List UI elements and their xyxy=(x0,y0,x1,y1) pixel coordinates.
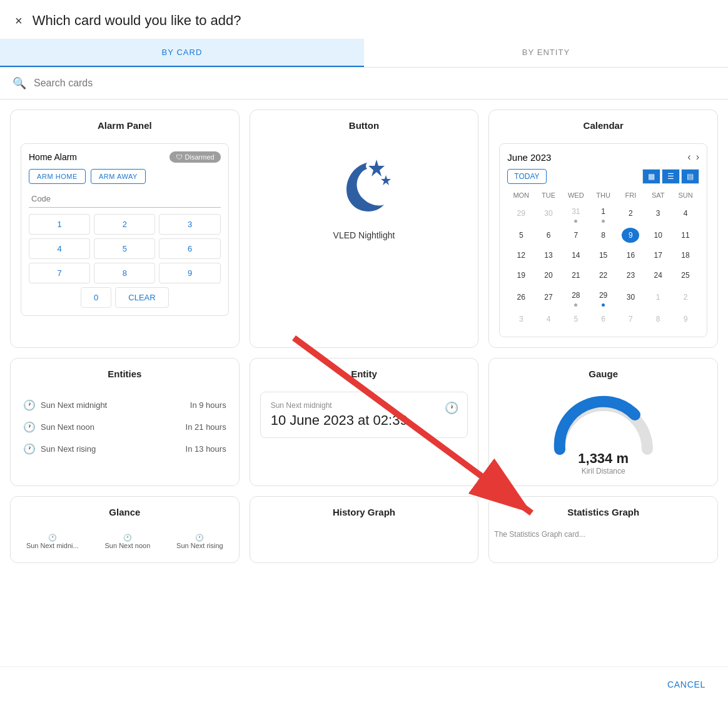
key-clear[interactable]: CLEAR xyxy=(115,287,168,308)
search-icon: 🔍 xyxy=(13,76,26,90)
key-0[interactable]: 0 xyxy=(81,287,111,308)
calendar-day-cell[interactable]: 1 xyxy=(590,201,617,225)
key-6[interactable]: 6 xyxy=(159,238,220,259)
card-tile-history-graph[interactable]: History Graph xyxy=(250,496,479,563)
calendar-preview: June 2023 ‹ › TODAY ▦ ☰ ▤ xyxy=(499,143,707,337)
calendar-day-cell[interactable]: 25 xyxy=(672,265,699,285)
cancel-button[interactable]: CANCEL xyxy=(657,674,715,694)
arm-home-button[interactable]: ARM HOME xyxy=(29,169,86,184)
arm-away-button[interactable]: ARM AWAY xyxy=(91,169,146,184)
today-button[interactable]: TODAY xyxy=(507,169,546,184)
calendar-day-cell[interactable]: 14 xyxy=(562,245,590,265)
calendar-day-cell[interactable]: 19 xyxy=(507,265,535,285)
key-5[interactable]: 5 xyxy=(94,238,155,259)
cal-header-sun: SUN xyxy=(672,189,699,201)
card-tile-alarm-panel[interactable]: Alarm Panel Home Alarm 🛡 Disarmed ARM HO… xyxy=(10,109,240,348)
card-tile-entity[interactable]: Entity Sun Next midnight 10 June 2023 at… xyxy=(250,358,479,486)
keypad: 1 2 3 4 5 6 7 8 9 xyxy=(29,214,221,283)
cal-header-mon: MON xyxy=(507,189,535,201)
history-graph-title: History Graph xyxy=(250,497,478,525)
statistics-graph-title: Statistics Graph xyxy=(489,497,717,525)
card-tile-entities[interactable]: Entities 🕐 Sun Next midnight In 9 hours … xyxy=(10,358,240,486)
calendar-day-cell[interactable]: 11 xyxy=(672,225,699,245)
gauge-preview: 1,334 m Kiril Distance xyxy=(489,387,717,486)
calendar-day-cell[interactable]: 7 xyxy=(617,309,645,329)
tab-by-entity[interactable]: BY ENTITY xyxy=(364,39,728,67)
calendar-day-cell[interactable]: 1 xyxy=(644,285,672,309)
calendar-day-cell[interactable]: 3 xyxy=(644,201,672,225)
calendar-next-button[interactable]: › xyxy=(696,151,699,163)
calendar-day-cell[interactable]: 18 xyxy=(672,245,699,265)
card-tile-calendar[interactable]: Calendar June 2023 ‹ › TODAY ▦ ☰ xyxy=(488,109,718,348)
calendar-day-cell[interactable]: 20 xyxy=(535,265,562,285)
cal-header-tue: TUE xyxy=(535,189,562,201)
calendar-day-cell[interactable]: 29 xyxy=(507,201,535,225)
calendar-day-cell[interactable]: 26 xyxy=(507,285,535,309)
moon-nightlight-icon xyxy=(333,153,395,223)
calendar-day-cell[interactable]: 24 xyxy=(644,265,672,285)
calendar-day-cell[interactable]: 23 xyxy=(617,265,645,285)
calendar-day-cell[interactable]: 9 xyxy=(672,309,699,329)
calendar-day-cell[interactable]: 6 xyxy=(535,225,562,245)
close-icon[interactable]: × xyxy=(15,14,23,28)
list-item: 🕐 Sun Next rising In 13 hours xyxy=(21,438,229,460)
calendar-day-cell[interactable]: 8 xyxy=(644,309,672,329)
calendar-day-cell[interactable]: 7 xyxy=(562,225,590,245)
calendar-prev-button[interactable]: ‹ xyxy=(687,151,690,163)
calendar-day-cell[interactable]: 5 xyxy=(562,309,590,329)
code-input[interactable] xyxy=(29,190,221,208)
calendar-day-cell[interactable]: 6 xyxy=(590,309,617,329)
calendar-day-cell[interactable]: 2 xyxy=(617,201,645,225)
button-card-label: VLED Nightlight xyxy=(333,230,395,240)
calendar-day-cell[interactable]: 15 xyxy=(590,245,617,265)
cal-view-week[interactable]: ☰ xyxy=(662,169,680,184)
entity-card-label: Sun Next midnight xyxy=(271,401,458,410)
key-9[interactable]: 9 xyxy=(159,263,220,283)
calendar-day-cell[interactable]: 30 xyxy=(617,285,645,309)
calendar-day-cell[interactable]: 17 xyxy=(644,245,672,265)
calendar-day-cell[interactable]: 29 xyxy=(590,285,617,309)
card-tile-glance[interactable]: Glance 🕐 Sun Next midni... 🕐 Sun Next no… xyxy=(10,496,240,563)
key-2[interactable]: 2 xyxy=(94,214,155,235)
calendar-day-cell[interactable]: 30 xyxy=(535,201,562,225)
calendar-day-cell[interactable]: 28 xyxy=(562,285,590,309)
search-input[interactable] xyxy=(34,78,715,89)
calendar-day-cell[interactable]: 9 xyxy=(617,225,645,245)
cal-header-wed: WED xyxy=(562,189,590,201)
calendar-day-cell[interactable]: 2 xyxy=(672,285,699,309)
calendar-day-cell[interactable]: 12 xyxy=(507,245,535,265)
calendar-day-cell[interactable]: 5 xyxy=(507,225,535,245)
key-3[interactable]: 3 xyxy=(159,214,220,235)
glance-icon-3: 🕐 xyxy=(195,534,204,541)
calendar-month: June 2023 xyxy=(507,152,551,163)
glance-item-3: 🕐 Sun Next rising xyxy=(176,534,223,549)
calendar-day-cell[interactable]: 16 xyxy=(617,245,645,265)
calendar-day-cell[interactable]: 31 xyxy=(562,201,590,225)
calendar-day-cell[interactable]: 10 xyxy=(644,225,672,245)
key-8[interactable]: 8 xyxy=(94,263,155,283)
card-tile-statistics-graph[interactable]: Statistics Graph The Statistics Graph ca… xyxy=(488,496,718,563)
cards-grid: Alarm Panel Home Alarm 🛡 Disarmed ARM HO… xyxy=(0,99,728,573)
cal-header-thu: THU xyxy=(590,189,617,201)
tab-by-card[interactable]: BY CARD xyxy=(0,39,364,67)
glance-item-2: 🕐 Sun Next noon xyxy=(105,534,151,549)
calendar-day-cell[interactable]: 8 xyxy=(590,225,617,245)
calendar-day-cell[interactable]: 21 xyxy=(562,265,590,285)
calendar-day-cell[interactable]: 3 xyxy=(507,309,535,329)
entity-card-preview: Sun Next midnight 10 June 2023 at 02:39 … xyxy=(260,392,468,438)
calendar-day-cell[interactable]: 4 xyxy=(672,201,699,225)
history-graph-body xyxy=(250,525,478,562)
calendar-day-cell[interactable]: 27 xyxy=(535,285,562,309)
card-tile-button[interactable]: Button VLED Nightlight xyxy=(250,109,479,348)
cal-view-month[interactable]: ▤ xyxy=(681,169,699,184)
disarmed-badge: 🛡 Disarmed xyxy=(169,151,221,163)
cal-view-day[interactable]: ▦ xyxy=(642,169,660,184)
calendar-day-cell[interactable]: 4 xyxy=(535,309,562,329)
key-7[interactable]: 7 xyxy=(29,263,90,283)
calendar-title: Calendar xyxy=(489,110,717,138)
card-tile-gauge[interactable]: Gauge 1,334 m Kiril Distance xyxy=(488,358,718,486)
calendar-day-cell[interactable]: 22 xyxy=(590,265,617,285)
key-1[interactable]: 1 xyxy=(29,214,90,235)
calendar-day-cell[interactable]: 13 xyxy=(535,245,562,265)
key-4[interactable]: 4 xyxy=(29,238,90,259)
